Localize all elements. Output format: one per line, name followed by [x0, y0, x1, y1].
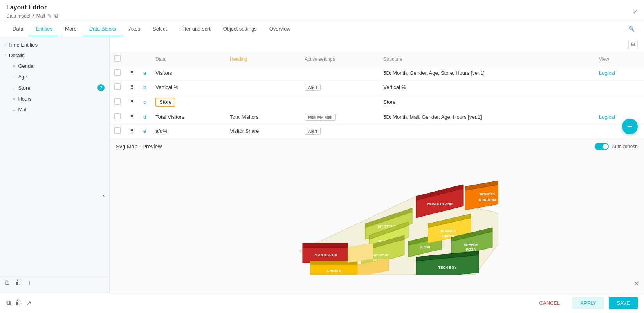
sidebar-item-hours[interactable]: ≡ Hours [0, 94, 109, 104]
tab-data[interactable]: Data [6, 22, 29, 36]
collapse-icon: ‹ [103, 192, 105, 198]
tab-select[interactable]: Select [146, 22, 173, 36]
row-data-e[interactable]: a/d% [151, 124, 225, 138]
select-all-checkbox[interactable] [114, 55, 121, 62]
svg-text:SUSHI: SUSHI [419, 245, 430, 249]
sidebar-group-details[interactable]: ˅ Details [0, 50, 109, 61]
drag-handle-d[interactable]: ⠿ [125, 110, 139, 124]
maximize-icon[interactable]: ⤢ [633, 8, 638, 15]
auto-refresh-toggle[interactable]: Auto-refresh [595, 143, 638, 150]
store-chinos: CHINOS [310, 261, 357, 275]
data-blocks-table: Data Heading Active settings Structure V… [110, 52, 644, 138]
drag-handle-a[interactable]: ⠿ [125, 66, 139, 80]
sidebar-collapse-btn[interactable]: ‹ [0, 189, 109, 201]
map-close-btn[interactable]: ✕ [633, 279, 639, 288]
row-structure-e [379, 124, 594, 138]
active-settings-badge-d[interactable]: Mall My Mall [305, 114, 336, 121]
svg-text:KINGDOM: KINGDOM [479, 198, 496, 202]
sidebar-group-time-entities-label: Time Entities [8, 42, 38, 48]
breadcrumb-parent[interactable]: Data model [6, 13, 30, 19]
sidebar-item-age[interactable]: ≡ Age [0, 71, 109, 82]
col-drag [125, 52, 139, 66]
drag-handle-e[interactable]: ⠿ [125, 124, 139, 138]
cancel-button[interactable]: CANCEL [532, 297, 568, 309]
tab-more[interactable]: More [59, 22, 83, 36]
save-button[interactable]: SAVE [609, 297, 638, 309]
tab-entities[interactable]: Entities [29, 22, 59, 36]
data-table-area: Data Heading Active settings Structure V… [110, 52, 644, 138]
svg-text:PIZZA: PIZZA [466, 248, 476, 251]
drag-icon-age: ≡ [13, 74, 15, 79]
table-row: ⠿dTotal VisitorsTotal VisitorsMall My Ma… [110, 110, 644, 124]
col-letter [139, 52, 151, 66]
footer-copy-icon[interactable]: ⧉ [6, 299, 11, 307]
svg-text:BURGER: BURGER [440, 229, 456, 233]
table-row: ⠿cStoreStore [110, 94, 644, 110]
active-settings-badge-b[interactable]: Alert [305, 84, 321, 91]
row-data-b[interactable]: Vertical % [151, 80, 225, 94]
row-letter-c: c [139, 94, 151, 110]
tab-filter-sort[interactable]: Filter and sort [173, 22, 216, 36]
table-view-btn[interactable]: ⊞ [628, 40, 638, 49]
auto-refresh-switch[interactable] [595, 143, 609, 150]
row-active-settings-d: Mall My Mall [300, 110, 379, 124]
sidebar-item-mall-label: Mall [18, 107, 27, 112]
svg-text:CHINOS: CHINOS [327, 269, 341, 273]
sidebar-item-mall[interactable]: ≡ Mall [0, 104, 109, 115]
tab-overview[interactable]: Overview [263, 22, 297, 36]
breadcrumb: Data model / Mall ✎ ⧉ [6, 13, 58, 19]
row-letter-d: d [139, 110, 151, 124]
row-checkbox-c[interactable] [114, 98, 121, 105]
breadcrumb-external-icon[interactable]: ⧉ [54, 13, 58, 19]
toggle-knob [603, 144, 608, 149]
sidebar-group-details-label: Details [9, 52, 25, 58]
row-heading-a [225, 66, 300, 80]
drag-handle-b[interactable]: ⠿ [125, 80, 139, 94]
active-settings-badge-e[interactable]: Alert [305, 128, 321, 135]
drag-icon-store: ≡ [13, 85, 15, 90]
col-checkbox [110, 52, 125, 66]
footer-left: ⧉ 🗑 ↗ [6, 299, 31, 307]
row-view-b [594, 80, 644, 94]
row-checkbox-d[interactable] [114, 113, 121, 119]
row-checkbox-b[interactable] [114, 83, 121, 90]
footer-export-icon[interactable]: ↗ [26, 299, 31, 307]
breadcrumb-current: Mall [36, 13, 45, 19]
table-row: ⠿ea/d%Visitor ShareAlert [110, 124, 644, 138]
sidebar-item-hours-label: Hours [18, 96, 32, 102]
row-active-settings-e: Alert [300, 124, 379, 138]
row-checkbox-a[interactable] [114, 69, 121, 76]
col-data-header: Data [151, 52, 225, 66]
tab-data-blocks[interactable]: Data Blocks [83, 22, 123, 36]
sidebar-group-time-entities[interactable]: › Time Entities [0, 40, 109, 50]
sidebar-item-age-label: Age [18, 74, 27, 80]
drag-handle-c[interactable]: ⠿ [125, 94, 139, 110]
sidebar-item-store[interactable]: ≡ Store 2 [0, 82, 109, 94]
footer-delete-icon[interactable]: 🗑 [15, 299, 22, 307]
table-toolbar: ⊞ [110, 36, 644, 52]
tab-axes[interactable]: Axes [123, 22, 146, 36]
row-data-d[interactable]: Total Visitors [151, 110, 225, 124]
copy-icon[interactable]: ⧉ [5, 279, 9, 286]
col-active-settings-header: Active settings [300, 52, 379, 66]
apply-button[interactable]: APPLY [572, 297, 604, 309]
sidebar-item-gender[interactable]: ≡ Gender [0, 61, 109, 71]
tab-object-settings[interactable]: Object settings [217, 22, 263, 36]
breadcrumb-edit-icon[interactable]: ✎ [47, 13, 52, 19]
drag-icon-gender: ≡ [13, 64, 15, 69]
sidebar-item-store-label: Store [18, 85, 30, 91]
row-structure-c: Store [379, 94, 594, 110]
row-view-a: Logical [594, 66, 644, 80]
row-data-c[interactable]: Store [151, 94, 225, 110]
row-view-d: Logical [594, 110, 644, 124]
row-active-settings-a [300, 66, 379, 80]
drag-icon-mall: ≡ [13, 107, 15, 112]
delete-icon[interactable]: 🗑 [15, 279, 22, 286]
export-icon[interactable]: ↑ [28, 279, 31, 286]
row-data-a[interactable]: Visitors [151, 66, 225, 80]
search-icon[interactable]: 🔍 [625, 23, 638, 35]
row-active-settings-c [300, 94, 379, 110]
row-checkbox-e[interactable] [114, 127, 121, 134]
add-row-fab[interactable]: + [622, 119, 638, 134]
row-structure-a: 5D: Month, Gender, Age, Store, Hours [ve… [379, 66, 594, 80]
